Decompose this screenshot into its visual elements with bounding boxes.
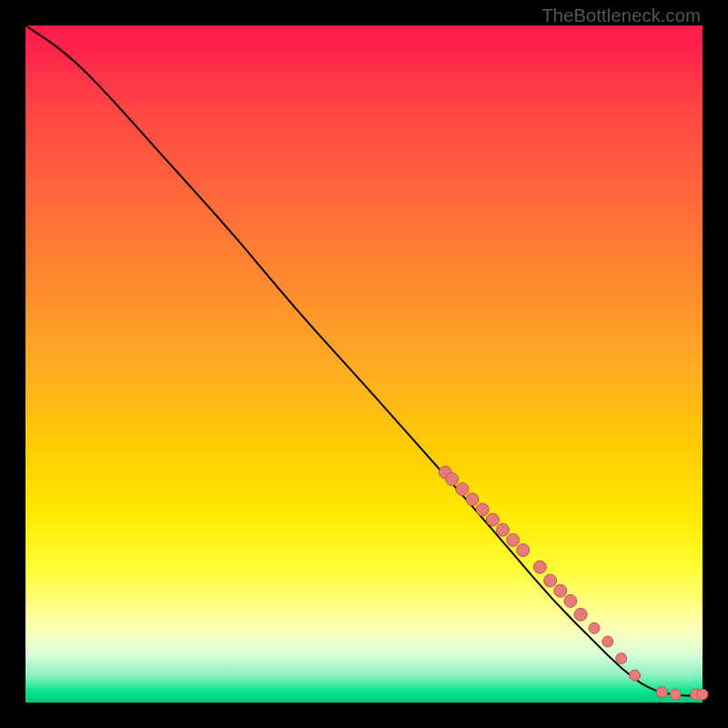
data-point xyxy=(533,561,546,573)
data-point xyxy=(554,584,567,597)
chart-frame: TheBottleneck.com xyxy=(0,0,728,728)
data-point xyxy=(456,483,469,496)
data-point xyxy=(517,544,530,557)
bottleneck-curve xyxy=(25,25,703,696)
data-point xyxy=(616,653,627,664)
data-point xyxy=(697,689,708,700)
data-point xyxy=(574,608,587,621)
data-point-layer xyxy=(439,466,708,700)
data-point xyxy=(589,622,600,633)
data-point xyxy=(630,670,641,681)
data-point xyxy=(507,533,520,546)
data-point xyxy=(486,513,499,526)
data-point xyxy=(476,503,489,516)
data-point xyxy=(564,594,577,607)
data-point xyxy=(656,687,667,698)
data-point xyxy=(497,523,510,536)
data-point xyxy=(544,574,557,587)
chart-svg xyxy=(25,25,703,703)
data-point xyxy=(466,493,479,506)
data-point xyxy=(670,689,681,700)
watermark-text: TheBottleneck.com xyxy=(541,5,701,26)
plot-area xyxy=(25,25,703,703)
data-point xyxy=(446,473,459,486)
data-point xyxy=(602,636,613,647)
